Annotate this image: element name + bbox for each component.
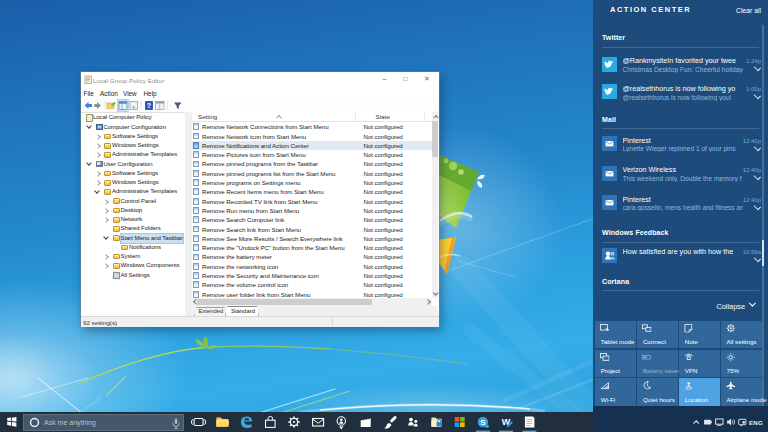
svg-text:?: ? <box>146 102 150 109</box>
svg-text:S: S <box>480 418 486 427</box>
